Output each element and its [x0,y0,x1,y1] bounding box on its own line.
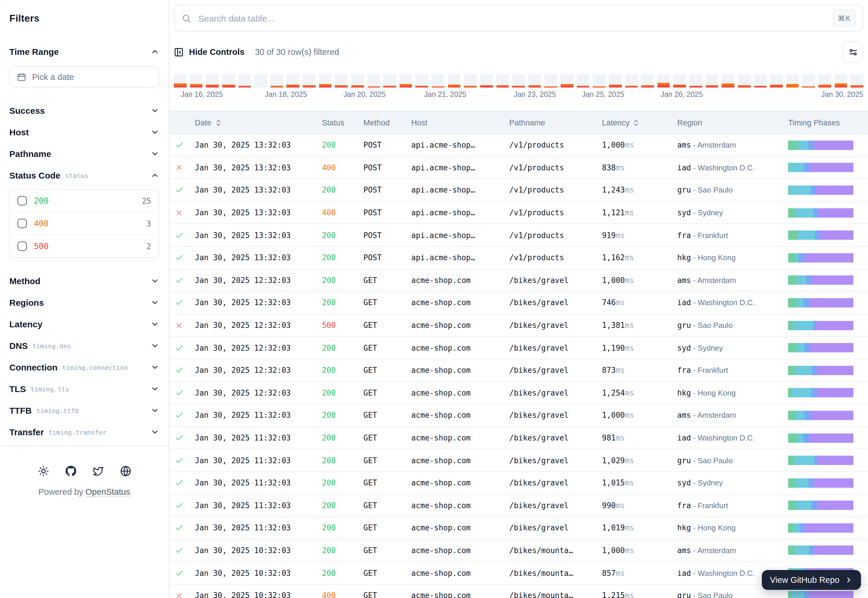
section-method[interactable]: Method [9,275,159,287]
status-filter-option-400[interactable]: 4003 [10,212,159,235]
histogram-bar [383,74,396,88]
section-pathname[interactable]: Pathname [9,148,159,159]
requests-table: Date Status Method Host Pathname Latency… [169,111,868,598]
cell-method: GET [363,591,411,598]
section-status-code[interactable]: Status Code status [9,169,159,181]
cell-pathname: /v1/products [509,254,602,262]
cell-host: acme-shop.com [411,366,509,375]
status-code-count: 25 [142,196,151,205]
table-row[interactable]: Jan 30, 2025 11:32:03200GETacme-shop.com… [169,427,868,449]
table-row[interactable]: Jan 30, 2025 12:32:03200GETacme-shop.com… [169,269,868,292]
date-picker-button[interactable]: Pick a date [9,67,159,88]
date-histogram[interactable] [174,74,864,88]
cell-pathname: /bikes/gravel [509,434,602,442]
cell-latency: 1,215ms [602,591,677,598]
cell-status: 200 [322,366,363,375]
section-ttfb[interactable]: TTFBtiming.ttfb [9,404,159,416]
table-row[interactable]: Jan 30, 2025 12:32:03200GETacme-shop.com… [169,292,868,314]
timing-phases-bar [788,523,853,533]
table-row[interactable]: Jan 30, 2025 11:32:03200GETacme-shop.com… [169,517,868,540]
table-row[interactable]: Jan 30, 2025 11:32:03200GETacme-shop.com… [169,495,868,517]
table-row[interactable]: Jan 30, 2025 10:32:03200GETacme-shop.com… [169,540,868,562]
histogram-bar [593,74,605,88]
column-header-status: Status [322,118,363,127]
section-transfer[interactable]: Transfertiming.transfer [9,426,159,438]
table-row[interactable]: Jan 30, 2025 12:32:03500GETacme-shop.com… [169,314,868,337]
section-label: Success [9,105,45,115]
cell-host: acme-shop.com [411,591,509,598]
cell-region: ams - Amsterdam [677,546,788,555]
github-icon[interactable] [65,465,76,477]
twitter-icon[interactable] [92,465,104,477]
timing-phases-bar [788,433,853,443]
cell-timing-phases [788,321,868,330]
success-check-icon [169,298,195,307]
table-row[interactable]: Jan 30, 2025 12:32:03200GETacme-shop.com… [169,359,868,382]
search-input[interactable] [197,12,827,24]
timing-phases-bar [788,141,853,150]
section-connection[interactable]: Connectiontiming.connection [9,361,159,373]
table-row[interactable]: Jan 30, 2025 11:32:03200GETacme-shop.com… [169,404,868,427]
cell-host: acme-shop.com [411,434,509,442]
cell-date: Jan 30, 2025 12:32:03 [195,321,322,330]
section-time-range[interactable]: Time Range [9,45,159,57]
view-github-repo-button[interactable]: View GitHub Repo [762,570,861,590]
section-latency[interactable]: Latency [9,318,159,330]
cell-method: GET [363,343,411,352]
status-code-count: 2 [146,242,151,251]
section-success[interactable]: Success [9,105,159,116]
status-filter-option-200[interactable]: 20025 [10,190,159,212]
sort-icon [214,119,222,126]
histogram-bar [287,74,299,88]
section-label: Pathname [9,148,51,158]
sort-icon [633,119,640,126]
section-field-code: timing.tls [31,385,69,393]
table-row[interactable]: Jan 30, 2025 13:32:03200POSTapi.acme-sho… [169,179,868,202]
view-options-button[interactable] [842,42,864,63]
cell-host: api.acme-shop… [411,254,509,262]
section-label: TTFB [9,405,32,415]
hide-controls-button[interactable]: Hide Controls [174,47,244,57]
cell-date: Jan 30, 2025 11:32:03 [195,478,322,487]
theme-sun-icon[interactable] [37,465,49,477]
table-row[interactable]: Jan 30, 2025 12:32:03200GETacme-shop.com… [169,337,868,359]
cell-region: ams - Amsterdam [677,141,788,150]
table-row[interactable]: Jan 30, 2025 13:32:03200POSTapi.acme-sho… [169,247,868,269]
checkbox[interactable] [18,196,27,205]
sidebar-footer: Powered by OpenStatus [0,446,169,598]
histogram-bar [480,74,493,88]
checkbox[interactable] [18,242,27,251]
table-row[interactable]: Jan 30, 2025 13:32:03400POSTapi.acme-sho… [169,157,868,179]
status-filter-option-500[interactable]: 5002 [10,235,159,257]
table-row[interactable]: Jan 30, 2025 13:32:03400POSTapi.acme-sho… [169,202,868,224]
table-row[interactable]: Jan 30, 2025 12:32:03200GETacme-shop.com… [169,382,868,404]
cell-pathname: /v1/products [509,231,602,239]
success-check-icon [169,389,195,397]
cell-method: GET [363,276,411,285]
section-field-code: timing.transfer [48,429,106,436]
cell-pathname: /bikes/mounta… [509,546,602,555]
histogram-bar [851,74,864,88]
column-header-latency[interactable]: Latency [602,118,677,127]
table-row[interactable]: Jan 30, 2025 13:32:03200POSTapi.acme-sho… [169,224,868,247]
section-tls[interactable]: TLStiming.tls [9,383,159,395]
column-header-date[interactable]: Date [195,118,322,127]
cell-status: 200 [322,411,363,420]
histogram-bar [222,74,235,88]
section-label: TLS [9,384,26,393]
section-regions[interactable]: Regions [9,296,159,308]
globe-icon[interactable] [120,465,131,477]
error-x-icon [169,591,195,598]
cell-method: POST [363,208,411,217]
section-host[interactable]: Host [9,126,159,138]
cell-latency: 1,381ms [602,321,677,330]
section-dns[interactable]: DNStiming.dns [9,339,159,351]
chevron-down-icon [151,319,159,328]
table-row[interactable]: Jan 30, 2025 11:32:03200GETacme-shop.com… [169,472,868,495]
column-header-host: Host [411,118,509,127]
table-row[interactable]: Jan 30, 2025 13:32:03200POSTapi.acme-sho… [169,134,868,157]
checkbox[interactable] [18,219,27,228]
table-row[interactable]: Jan 30, 2025 11:32:03200GETacme-shop.com… [169,450,868,472]
openstatus-link[interactable]: OpenStatus [85,487,130,496]
cell-date: Jan 30, 2025 11:32:03 [195,523,322,532]
